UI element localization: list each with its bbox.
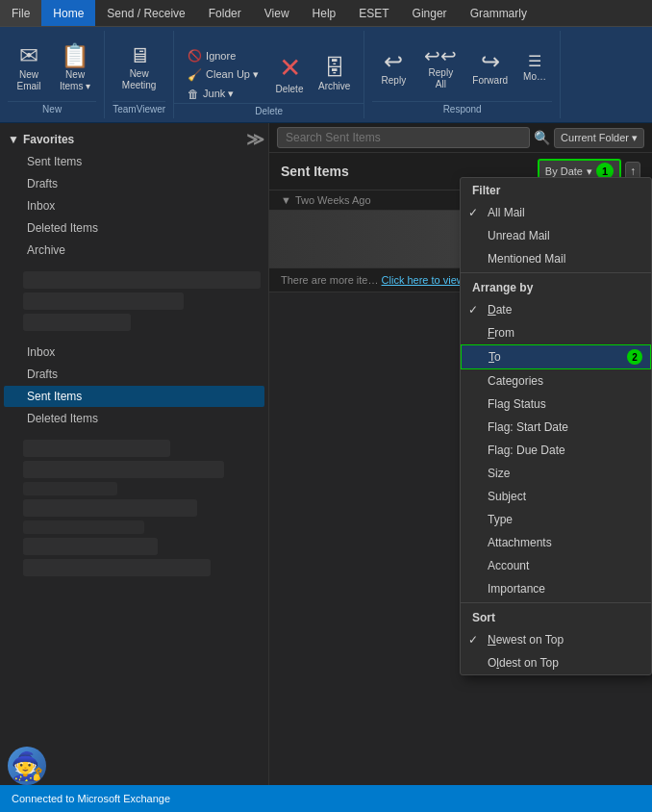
sidebar-blurred-10: [23, 559, 211, 576]
cleanup-button[interactable]: 🧹 Clean Up ▾: [182, 66, 264, 84]
from-arrange-item[interactable]: From: [461, 321, 651, 344]
new-items-button[interactable]: 📋 NewItems ▾: [54, 40, 96, 96]
attachments-arrange-item[interactable]: Attachments: [461, 531, 651, 554]
new-email-label: NewEmail: [16, 69, 40, 92]
archive-icon: 🗄: [324, 58, 345, 79]
search-scope-dropdown[interactable]: Current Folder ▾: [554, 128, 644, 148]
menu-send-receive[interactable]: Send / Receive: [95, 0, 196, 26]
more-respond-button[interactable]: ☰ Mo…: [517, 50, 552, 87]
search-bar: 🔍 Current Folder ▾: [269, 123, 652, 153]
archive-label: Archive: [318, 81, 350, 92]
new-email-button[interactable]: ✉ NewEmail: [8, 40, 50, 96]
menu-file[interactable]: File: [0, 0, 41, 26]
sidebar-item-archive[interactable]: Archive: [4, 240, 264, 261]
importance-arrange-item[interactable]: Importance: [461, 577, 651, 600]
sidebar-item-drafts-main[interactable]: Drafts: [4, 364, 264, 385]
ribbon-teamviewer-buttons: 🖥 NewMeeting: [116, 35, 163, 101]
favorites-arrow: ▼: [8, 133, 19, 146]
group-arrow-icon: ▼: [281, 194, 291, 206]
account-arrange-item[interactable]: Account: [461, 554, 651, 577]
cleanup-icon: 🧹: [188, 68, 202, 82]
menu-help[interactable]: Help: [301, 0, 348, 26]
all-mail-label: All Mail: [488, 206, 525, 219]
all-mail-item[interactable]: ✓ All Mail: [461, 201, 651, 224]
subject-arrange-item[interactable]: Subject: [461, 485, 651, 508]
status-bar: Connected to Microsoft Exchange: [0, 785, 652, 812]
favorites-label: Favorites: [23, 133, 74, 146]
date-arrange-item[interactable]: ✓ Date: [461, 298, 651, 321]
unread-mail-item[interactable]: Unread Mail: [461, 224, 651, 247]
delete-button[interactable]: ✕ Delete: [268, 51, 311, 99]
group-label: Two Weeks Ago: [295, 194, 371, 206]
size-label: Size: [488, 467, 510, 480]
sidebar-item-drafts[interactable]: Drafts: [4, 173, 264, 194]
categories-arrange-item[interactable]: Categories: [461, 369, 651, 393]
reply-label: Reply: [382, 75, 407, 87]
menu-view[interactable]: View: [253, 0, 301, 26]
sort-section-header: Sort: [461, 605, 651, 628]
sidebar-collapse-btn[interactable]: ≫: [242, 125, 268, 154]
ribbon-group-respond-label: Respond: [372, 101, 552, 114]
new-meeting-icon: 🖥: [129, 45, 150, 66]
sidebar-item-deleted-items-main[interactable]: Deleted Items: [4, 408, 264, 429]
reply-button[interactable]: ↩ Reply: [372, 46, 414, 90]
from-label: From: [488, 326, 514, 340]
sidebar-item-sent-items-main[interactable]: Sent Items: [4, 386, 264, 407]
archive-button[interactable]: 🗄 Archive: [313, 54, 356, 96]
sidebar-blurred-2: [23, 292, 184, 310]
junk-label: Junk ▾: [203, 88, 234, 100]
favorites-header[interactable]: ▼ Favorites ≫: [0, 129, 268, 150]
menu-ginger[interactable]: Ginger: [401, 0, 459, 26]
favorites-section: ▼ Favorites ≫ Sent Items Drafts Inbox De…: [0, 123, 268, 267]
oldest-on-top-item[interactable]: Oldest on Top: [461, 651, 651, 674]
reply-all-button[interactable]: ↩↩ ReplyAll: [418, 42, 463, 94]
filter-arrange-dropdown: Filter ✓ All Mail Unread Mail Mentioned …: [460, 177, 652, 675]
search-scope-label: Current Folder: [561, 132, 629, 143]
more-respond-label: Mo…: [523, 71, 546, 83]
ribbon-group-delete-label: Delete: [174, 103, 364, 118]
ribbon-new-buttons: ✉ NewEmail 📋 NewItems ▾: [8, 35, 96, 101]
to-badge: 2: [627, 349, 642, 365]
folder-title: Sent Items: [281, 164, 349, 179]
status-text: Connected to Microsoft Exchange: [12, 793, 170, 804]
oldest-on-top-label: Oldest on Top: [488, 656, 559, 670]
sidebar-blurred-9: [23, 538, 158, 555]
sort-ascending-icon: ↑: [630, 165, 636, 178]
forward-icon: ↪: [481, 50, 500, 73]
menu-home[interactable]: Home: [41, 0, 95, 26]
menu-eset[interactable]: ESET: [347, 0, 400, 26]
newest-on-top-item[interactable]: ✓ Newest on Top: [461, 628, 651, 651]
type-label: Type: [488, 513, 513, 526]
junk-button[interactable]: 🗑 Junk ▾: [182, 86, 264, 103]
sidebar-blurred-4: [23, 440, 170, 457]
size-arrange-item[interactable]: Size: [461, 462, 651, 485]
to-label: To: [489, 350, 501, 364]
sidebar-item-inbox-main[interactable]: Inbox: [4, 342, 264, 363]
flag-due-date-arrange-item[interactable]: Flag: Due Date: [461, 439, 651, 462]
search-input[interactable]: [277, 127, 530, 148]
new-meeting-button[interactable]: 🖥 NewMeeting: [116, 41, 163, 95]
mentioned-mail-item[interactable]: Mentioned Mail: [461, 247, 651, 270]
sidebar-blurred-3: [23, 314, 131, 331]
to-arrange-item[interactable]: To 2: [461, 344, 651, 369]
mail-account-section: Inbox Drafts Sent Items Deleted Items: [0, 335, 268, 436]
sort-label: By Date: [545, 165, 583, 177]
new-items-icon: 📋: [61, 44, 89, 67]
sidebar-item-sent-items[interactable]: Sent Items: [4, 151, 264, 172]
ribbon-group-new: ✉ NewEmail 📋 NewItems ▾ New: [0, 31, 105, 118]
ignore-button[interactable]: 🚫 Ignore: [182, 47, 264, 64]
reply-all-icon: ↩↩: [424, 46, 457, 65]
search-icon: 🔍: [534, 130, 550, 145]
sidebar-item-inbox[interactable]: Inbox: [4, 195, 264, 216]
forward-button[interactable]: ↪ Forward: [466, 46, 514, 90]
menu-grammarly[interactable]: Grammarly: [459, 0, 539, 26]
date-check: ✓: [468, 303, 478, 317]
menu-folder[interactable]: Folder: [197, 0, 253, 26]
type-arrange-item[interactable]: Type: [461, 508, 651, 531]
new-meeting-label: NewMeeting: [122, 68, 157, 91]
flag-start-date-arrange-item[interactable]: Flag: Start Date: [461, 416, 651, 439]
sidebar-item-deleted-items[interactable]: Deleted Items: [4, 217, 264, 239]
more-items-text: There are more ite…: [281, 274, 378, 286]
new-items-label: NewItems ▾: [60, 69, 90, 92]
flag-status-arrange-item[interactable]: Flag Status: [461, 393, 651, 416]
